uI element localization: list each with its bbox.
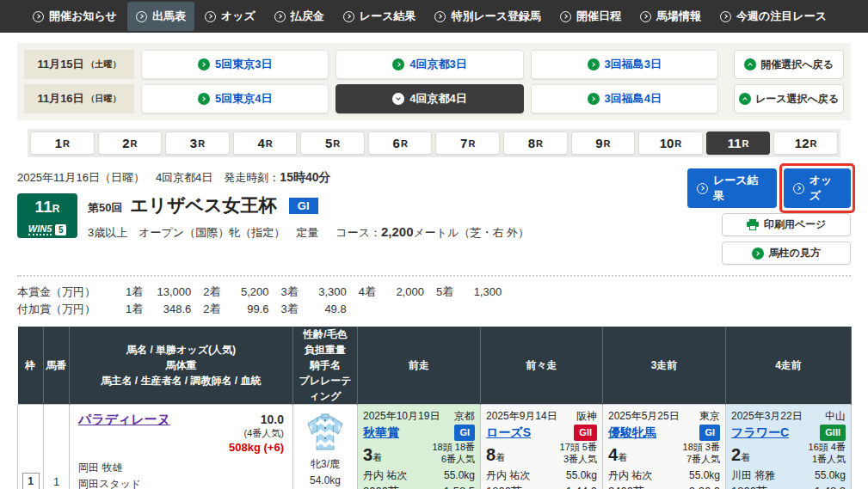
nav-item-chumoku-race[interactable]: 今週の注目レース <box>711 2 835 31</box>
down-arrow-circle-icon <box>392 93 404 105</box>
course-distance: 2,200 <box>381 224 414 239</box>
main-prize-row: 本賞金（万円） 1着13,000 2着5,200 3着3,300 4着2,000… <box>17 284 851 301</box>
course-unit: メートル（芝・右 外） <box>414 226 530 239</box>
tab-num: 9 <box>595 136 602 150</box>
venue-button-kyoto4-active[interactable]: 4回京都4日 <box>336 84 523 113</box>
start-time: 15時40分 <box>280 170 330 184</box>
race-round: 第50回 <box>88 201 122 214</box>
nav-item-shutsubahyo[interactable]: 出馬表 <box>127 2 194 31</box>
arrow-circle-icon <box>198 93 210 105</box>
nav-item-kaisai-oshirase[interactable]: 開催お知らせ <box>24 2 126 31</box>
prize-amount: 99.6 <box>229 301 268 318</box>
page-title: エリザベス女王杯 <box>130 195 276 215</box>
nav-item-tokubetsu-toroku[interactable]: 特別レース登録馬 <box>426 2 550 31</box>
past-race-2-cell: 2025年9月14日阪神 ローズSGII 8着 17頭 5番3番人気 丹内 祐次… <box>481 405 603 489</box>
prize-rank: 4着 <box>359 284 376 301</box>
back-label: 開催選択へ戻る <box>760 58 834 72</box>
tab-7r[interactable]: 7R <box>435 131 500 155</box>
tab-r: R <box>536 138 543 149</box>
venue-button-kyoto3[interactable]: 4回京都3日 <box>336 50 523 79</box>
tab-num: 8 <box>528 136 535 150</box>
field-info: 18頭 18番 <box>432 442 475 454</box>
prize-rank: 2着 <box>203 301 220 318</box>
past-course: 2400芝 <box>608 483 644 489</box>
past-course: 1800芝 <box>731 483 767 489</box>
back-to-race-select-button[interactable]: レース選択へ戻る <box>734 84 844 113</box>
tab-12r[interactable]: 12R <box>773 131 838 155</box>
nav-item-odds[interactable]: オッズ <box>196 2 264 31</box>
schedule-row-sun: 11月16日 （日曜） 5回東京4日 4回京都4日 3回福島4日 レース選択へ戻… <box>24 84 844 113</box>
print-page-button[interactable]: 印刷用ページ <box>722 213 851 236</box>
popularity-info: 6番人気 <box>432 454 475 466</box>
race-conditions: 3歳以上 オープン（国際）牝（指定） 定量 コース：2,200メートル（芝・右 … <box>88 224 529 241</box>
nav-label: 今週の注目レース <box>736 9 827 24</box>
tab-r: R <box>266 138 273 149</box>
field-info: 17頭 5番 <box>560 442 597 454</box>
sex-age-coat: 牝3/鹿 <box>293 456 357 473</box>
grade-badge: GI <box>454 425 475 441</box>
nav-item-haraimodoshi[interactable]: 払戻金 <box>266 2 333 31</box>
finish-suffix: 着 <box>496 452 505 462</box>
race-title-block: 第50回 エリザベス女王杯 GI 3歳以上 オープン（国際）牝（指定） 定量 コ… <box>88 193 529 241</box>
venue-button-fukushima4[interactable]: 3回福島4日 <box>531 84 718 113</box>
tab-r: R <box>131 138 138 149</box>
field-info: 16頭 4番 <box>809 442 846 454</box>
tab-3r[interactable]: 3R <box>165 131 230 155</box>
day-text: （日曜） <box>87 93 121 105</box>
tab-11r-active[interactable]: 11R <box>706 131 771 155</box>
tab-8r[interactable]: 8R <box>503 131 568 155</box>
tab-num: 7 <box>460 136 467 150</box>
arrow-circle-icon <box>274 11 286 22</box>
venue-button-tokyo4[interactable]: 5回東京4日 <box>141 84 329 113</box>
past-race-date: 2025年3月22日 <box>731 408 803 424</box>
added-prize-row: 付加賞（万円） 1着348.6 2着99.6 3着49.8 <box>17 301 851 318</box>
back-to-kaisai-button[interactable]: 開催選択へ戻る <box>734 50 844 79</box>
printer-icon <box>747 219 759 230</box>
venue-label: 3回福島3日 <box>605 57 662 72</box>
venue-button-tokyo3[interactable]: 5回東京3日 <box>141 50 329 79</box>
nav-label: 払戻金 <box>291 9 324 24</box>
tab-2r[interactable]: 2R <box>98 131 163 155</box>
tab-num: 11 <box>728 136 742 150</box>
header-horse: 馬名 / 単勝オッズ(人気) 馬体重 馬主名 / 生産者名 / 調教師名 / 血… <box>70 327 293 405</box>
nav-item-baba-joho[interactable]: 馬場情報 <box>631 2 710 31</box>
schedule-row-sat: 11月15日 （土曜） 5回東京3日 4回京都3日 3回福島3日 開催選択へ戻る <box>24 50 844 79</box>
umabashira-guide-button[interactable]: 馬柱の見方 <box>722 241 851 265</box>
header-waku: 枠 <box>18 327 44 405</box>
tab-4r[interactable]: 4R <box>233 131 298 155</box>
nav-item-race-kekka[interactable]: レース結果 <box>335 2 425 31</box>
finish-position: 8 <box>486 445 496 464</box>
button-label: オッズ <box>810 173 841 204</box>
horse-name-link[interactable]: パラディレーヌ <box>78 412 170 439</box>
prize-money: 本賞金（万円） 1着13,000 2着5,200 3着3,300 4着2,000… <box>17 284 851 318</box>
odds-button[interactable]: オッズ <box>784 168 851 208</box>
date-cell-sun: 11月16日 （日曜） <box>24 84 134 113</box>
tab-1r[interactable]: 1R <box>30 131 95 155</box>
entries-table: 枠 馬番 馬名 / 単勝オッズ(人気) 馬体重 馬主名 / 生産者名 / 調教師… <box>17 327 852 489</box>
venue-button-fukushima3[interactable]: 3回福島3日 <box>531 50 718 79</box>
arrow-circle-icon <box>33 11 44 22</box>
date-text: 11月16日 <box>37 91 83 107</box>
popularity-info: 3番人気 <box>560 454 597 466</box>
horse-body-weight: 508kg (+6) <box>78 441 284 454</box>
win-odds: 10.0 <box>261 413 284 426</box>
past-race-link[interactable]: フラワーC <box>731 424 789 442</box>
header-umaban: 馬番 <box>44 327 70 405</box>
nav-item-kaisai-nittei[interactable]: 開催日程 <box>551 2 630 31</box>
tab-r: R <box>333 138 340 149</box>
tab-9r[interactable]: 9R <box>571 131 636 155</box>
tab-5r[interactable]: 5R <box>300 131 365 155</box>
tab-10r[interactable]: 10R <box>638 131 703 155</box>
past-race-link[interactable]: ローズS <box>486 424 531 442</box>
tab-r: R <box>604 138 611 149</box>
prize-rank: 2着 <box>203 284 220 301</box>
tab-num: 1 <box>55 136 62 150</box>
past-race-link[interactable]: 優駿牝馬 <box>608 424 656 442</box>
past-race-venue: 阪神 <box>576 408 597 424</box>
past-jockey: 丹内 祐次 <box>363 468 407 483</box>
tab-num: 5 <box>325 136 332 150</box>
race-results-button[interactable]: レース結果 <box>687 168 777 208</box>
past-race-link[interactable]: 秋華賞 <box>363 424 399 442</box>
tab-6r[interactable]: 6R <box>368 131 433 155</box>
finish-suffix: 着 <box>741 452 750 462</box>
